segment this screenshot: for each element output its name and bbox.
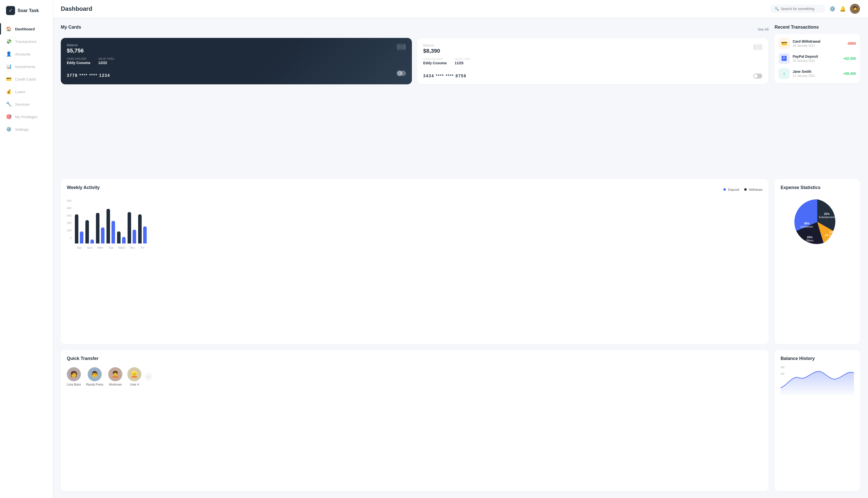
sidebar-item-investments[interactable]: 📊 Investments: [0, 61, 53, 72]
bar-label-sun: Sun: [87, 246, 92, 249]
dashboard-content: My Cards See All Balance $5,756: [53, 17, 868, 498]
svg-rect-6: [753, 45, 762, 50]
transfer-contacts-row: 🧑 Livia Bator 👨 Randy Press 🧑‍🦱 Workman …: [67, 365, 763, 386]
tx-icon-paypal: 🅿: [779, 53, 790, 64]
card-1: Balance $5,756 CARD HOLDER Eddy Cusuma: [61, 38, 412, 84]
card-1-valid: VALID THRU 12/22: [98, 57, 114, 65]
sidebar-label-settings: Settings: [15, 127, 29, 132]
card-2-balance: $8,390: [423, 48, 440, 54]
sidebar-item-accounts[interactable]: 👤 Accounts: [0, 48, 53, 60]
sidebar-item-transactions[interactable]: 💸 Transactions: [0, 36, 53, 47]
card-1-holder: CARD HOLDER Eddy Cusuma: [67, 57, 90, 65]
activity-title: Weekly Activity: [67, 185, 100, 190]
my-cards-title: My Cards: [61, 25, 81, 30]
card-1-header: Balance $5,756: [67, 43, 406, 54]
sidebar-item-credit-cards[interactable]: 💳 Credit Cards: [0, 73, 53, 85]
deposit-legend-dot: [723, 188, 726, 191]
withdraw-legend: Withdraw: [744, 188, 763, 192]
contact-4-name: User 4: [130, 383, 139, 386]
tx-info-1: Card Withdrawal 28 January 2021: [793, 39, 844, 48]
transaction-item-3: ↕ Jane Smith 21 January 2021 +$5,400: [779, 68, 856, 79]
card-1-number: 3778 **** **** 1234: [67, 73, 110, 78]
svg-text:25%: 25%: [807, 236, 813, 239]
withdraw-bar-mon: [96, 213, 100, 244]
pie-chart: 25% Entertainment 12% Bill Expense 25% O…: [785, 194, 850, 249]
tx-name-1: Card Withdrawal: [793, 39, 844, 43]
deposit-bar-wed: [122, 237, 126, 244]
transfer-contact-3[interactable]: 🧑‍🦱 Workman: [108, 367, 122, 386]
expense-title: Expense Statistics: [781, 185, 854, 190]
card-1-chip-icon: [397, 43, 406, 51]
see-all-button[interactable]: See All: [757, 27, 768, 31]
transaction-item-1: 💳 Card Withdrawal 28 January 2021 -$850: [779, 38, 856, 49]
next-contacts-button[interactable]: ›: [144, 373, 153, 381]
transfer-contact-4[interactable]: 👱 User 4: [127, 367, 141, 386]
withdraw-bar-tue: [106, 209, 110, 244]
transfer-contact-1[interactable]: 🧑 Livia Bator: [67, 367, 81, 386]
tx-name-3: Jane Smith: [793, 69, 840, 74]
app-logo: ✓ Soar Task: [0, 6, 53, 23]
sidebar-item-dashboard[interactable]: 🏠 Dashboard: [0, 23, 53, 35]
bar-label-tue: Tue: [108, 246, 113, 249]
card-2-valid: VALID THRU 11/25: [455, 58, 471, 65]
chart-legend: Deposit Withdraw: [723, 188, 763, 192]
svg-text:12%: 12%: [829, 231, 834, 234]
tx-amount-1: -$850: [847, 41, 856, 45]
loans-icon: 💰: [6, 89, 12, 94]
settings-topbar-icon[interactable]: ⚙️: [829, 6, 835, 12]
deposit-bar-fri: [143, 226, 147, 243]
search-bar[interactable]: 🔍: [770, 5, 825, 13]
tx-amount-2: +$2,500: [843, 56, 856, 61]
transfer-avatars: 🧑 Livia Bator 👨 Randy Press 🧑‍🦱 Workman …: [67, 367, 141, 386]
topbar: Dashboard 🔍 ⚙️ 🔔 🧔: [53, 0, 868, 17]
recent-transactions-section: Recent Transactions 💳 Card Withdrawal 28…: [775, 25, 860, 173]
balance-history-section: Balance History 800 600: [775, 350, 860, 491]
tx-date-3: 21 January 2021: [793, 74, 840, 78]
sidebar-label-loans: Loans: [15, 90, 25, 94]
bar-group-mon: Mon: [96, 203, 104, 249]
dashboard-icon: 🏠: [6, 26, 12, 31]
sidebar-label-dashboard: Dashboard: [15, 27, 35, 31]
contact-2-avatar: 👨: [88, 367, 102, 381]
transfer-contact-2[interactable]: 👨 Randy Press: [86, 367, 103, 386]
sidebar-item-loans[interactable]: 💰 Loans: [0, 86, 53, 97]
cards-header: My Cards See All: [61, 25, 768, 34]
sidebar-nav: 🏠 Dashboard 💸 Transactions 👤 Accounts 📊 …: [0, 23, 53, 135]
sidebar-label-accounts: Accounts: [15, 52, 31, 56]
notifications-icon[interactable]: 🔔: [840, 6, 846, 12]
card-2-header: Balance $8,390: [423, 44, 762, 54]
search-input[interactable]: [781, 7, 821, 11]
expense-statistics-section: Expense Statistics 25% Entertainment 12%…: [775, 179, 860, 344]
main-content: Dashboard 🔍 ⚙️ 🔔 🧔 My Cards See All: [53, 0, 868, 498]
privileges-icon: 🎯: [6, 114, 12, 119]
topbar-icons: ⚙️ 🔔 🧔: [829, 4, 860, 14]
tx-date-2: 25 January 2021: [793, 59, 840, 63]
tx-info-2: PayPal Deposit 25 January 2021: [793, 54, 840, 63]
withdraw-bar-wed: [117, 232, 120, 244]
card-2: Balance $8,390 CARD HOLDER Eddy Cusuma: [417, 38, 768, 84]
balance-line-chart: 800 600: [781, 365, 854, 395]
tx-name-2: PayPal Deposit: [793, 54, 840, 58]
bar-group-thu: Thu: [128, 203, 136, 249]
withdraw-bar-fri: [138, 214, 142, 243]
sidebar-label-privileges: My Privileges: [15, 115, 37, 119]
card-2-holder: CARD HOLDER Eddy Cusuma: [423, 58, 446, 65]
svg-text:800: 800: [781, 366, 785, 369]
quick-transfer-section: Quick Transfer 🧑 Livia Bator 👨 Randy Pre…: [61, 350, 768, 491]
balance-history-chart: 800 600: [781, 365, 854, 396]
transactions-title: Recent Transactions: [775, 25, 860, 30]
sidebar-item-my-privileges[interactable]: 🎯 My Privileges: [0, 111, 53, 122]
user-avatar[interactable]: 🧔: [850, 4, 860, 14]
sidebar-label-credit-cards: Credit Cards: [15, 77, 36, 81]
card-2-toggle[interactable]: [753, 74, 762, 79]
sidebar-item-settings[interactable]: ⚙️ Settings: [0, 123, 53, 135]
svg-text:Entertainment: Entertainment: [819, 216, 834, 219]
bar-label-sat: Sat: [77, 246, 81, 249]
deposit-bar-sun: [90, 239, 94, 244]
deposit-bar-tue: [112, 221, 115, 244]
bar-group-tue: Tue: [106, 203, 115, 249]
my-cards-section: My Cards See All Balance $5,756: [61, 25, 768, 173]
sidebar-item-services[interactable]: 🔧 Services: [0, 99, 53, 110]
transaction-item-2: 🅿 PayPal Deposit 25 January 2021 +$2,500: [779, 53, 856, 64]
withdraw-legend-dot: [744, 188, 747, 191]
